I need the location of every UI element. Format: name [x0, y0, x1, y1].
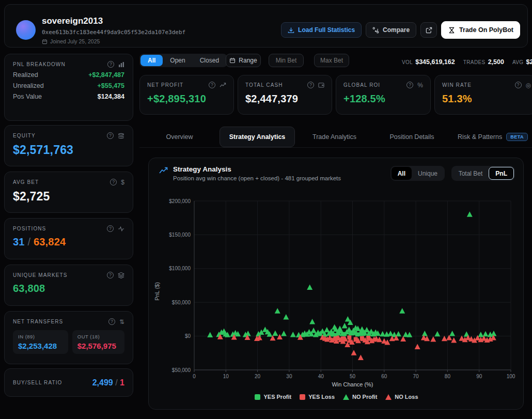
x-tick-label: 70 — [413, 374, 419, 379]
tab-overview[interactable]: Overview — [150, 127, 209, 147]
toggle-unique[interactable]: Unique — [412, 167, 444, 180]
x-tick-label: 100 — [507, 374, 515, 379]
wallet-address[interactable]: 0xee613b3fc183ee44f9da9c05f53e2da107e3de… — [42, 29, 185, 36]
x-tick-label: 80 — [445, 374, 451, 379]
positions-card: POSITIONS ? 31 / 63,824 — [4, 218, 133, 259]
data-point-no-profit[interactable] — [275, 308, 280, 314]
unrealized-value: +$55,475 — [98, 82, 124, 89]
data-point-no-profit[interactable] — [406, 332, 412, 337]
toggle-pnl[interactable]: PnL — [489, 167, 514, 180]
polybot-logo-icon — [448, 26, 456, 34]
help-icon[interactable]: ? — [110, 179, 117, 185]
avatar[interactable] — [16, 20, 36, 40]
data-point-no-profit[interactable] — [422, 331, 428, 336]
vol-label: VOL — [402, 59, 413, 65]
data-point-no-loss[interactable] — [351, 350, 357, 355]
external-link-button[interactable] — [420, 22, 437, 38]
toggle-all[interactable]: All — [392, 167, 412, 180]
transfers-in-label: IN (89) — [18, 334, 63, 339]
help-icon[interactable]: ? — [307, 82, 314, 88]
data-point-no-loss[interactable] — [430, 336, 436, 342]
trade-on-polybot-button[interactable]: Trade On PolyBot — [441, 21, 520, 39]
data-point-no-profit[interactable] — [307, 284, 312, 290]
legend-item-no-loss: NO Loss — [385, 394, 418, 400]
total-cash-card: TOTAL CASH ? $2,447,379 — [238, 75, 332, 115]
x-axis-title: Win Chance (%) — [194, 381, 511, 387]
beta-badge: BETA — [506, 133, 528, 141]
help-icon[interactable]: ? — [406, 82, 413, 88]
y-tick-label: $100,000 — [169, 266, 191, 271]
data-point-no-profit[interactable] — [342, 323, 348, 329]
tab-strategy-analytics[interactable]: Strategy Analytics — [220, 127, 295, 147]
data-point-no-profit[interactable] — [272, 330, 278, 336]
legend-label: YES Loss — [308, 394, 335, 400]
data-point-no-profit[interactable] — [290, 332, 296, 337]
data-point-no-loss[interactable] — [442, 336, 447, 342]
calendar-icon — [229, 57, 236, 64]
range-button[interactable]: Range — [226, 54, 261, 67]
filter-open[interactable]: Open — [163, 55, 192, 66]
buy-sell-ratio-card: BUY/SELL RATIO 2,499 / 1 — [4, 368, 133, 397]
data-point-no-profit[interactable] — [281, 331, 287, 336]
help-icon[interactable]: ? — [107, 272, 114, 278]
filter-all[interactable]: All — [140, 55, 163, 66]
help-icon[interactable]: ? — [108, 318, 115, 325]
data-point-no-profit[interactable] — [399, 308, 405, 314]
x-tick-label: 10 — [223, 374, 229, 379]
data-point-no-profit[interactable] — [283, 314, 289, 320]
tab-trade-analytics[interactable]: Trade Analytics — [302, 127, 367, 147]
volume-summary-row: VOL$345,619,162 TRADES2,500 AVG$2,725 — [402, 57, 532, 66]
y-tick-label: $0 — [185, 333, 191, 339]
legend-label: NO Profit — [352, 394, 377, 400]
data-point-no-loss[interactable] — [358, 355, 364, 361]
data-point-no-profit[interactable] — [483, 331, 489, 337]
data-point-no-profit[interactable] — [467, 211, 473, 217]
chart-legend: YES ProfitYES LossNO ProfitNO Loss — [149, 394, 524, 400]
net-transfers-title: NET TRANSFERS — [13, 319, 63, 324]
max-bet-input[interactable] — [315, 56, 349, 65]
tab-risk-patterns[interactable]: Risk & Patterns BETA — [453, 127, 532, 147]
help-icon[interactable]: ? — [107, 225, 114, 232]
avg-label: AVG — [512, 59, 524, 65]
positions-total: 63,824 — [34, 236, 66, 247]
pos-value-label: Pos Value — [13, 93, 42, 100]
load-full-statistics-button[interactable]: Load Full Statistics — [281, 22, 362, 38]
filter-closed[interactable]: Closed — [193, 55, 226, 66]
avg-value: $2,725 — [526, 58, 532, 66]
min-bet-field — [269, 54, 304, 67]
max-bet-field — [314, 54, 349, 67]
data-point-no-profit[interactable] — [207, 332, 213, 338]
help-icon[interactable]: ? — [107, 61, 114, 68]
toggle-total-bet[interactable]: Total Bet — [452, 167, 489, 180]
realized-label: Realized — [13, 71, 38, 79]
joined-date: Joined July 25, 2025 — [50, 38, 100, 44]
transfers-out-label: OUT (18) — [77, 334, 119, 339]
data-point-no-profit[interactable] — [309, 319, 315, 324]
wallet-icon — [318, 82, 324, 88]
compare-icon — [372, 27, 379, 34]
buy-sell-ratio-value: 2,499 / 1 — [92, 378, 124, 387]
avg-bet-value: $2,725 — [13, 190, 124, 204]
transfers-out-box: OUT (18) $2,576,975 — [72, 330, 124, 354]
avg-bet-title: AVG BET — [13, 179, 39, 185]
target-icon: ◎ — [526, 82, 531, 88]
mode-toggle-group: All Unique — [390, 166, 445, 181]
compare-button[interactable]: Compare — [366, 22, 416, 38]
transfers-icon: ⇅ — [119, 319, 124, 325]
positions-separator: / — [27, 236, 30, 247]
sell-value: 1 — [120, 378, 124, 387]
data-point-no-profit[interactable] — [434, 331, 440, 337]
data-point-no-profit[interactable] — [491, 331, 496, 336]
tab-position-details[interactable]: Position Details — [380, 127, 444, 147]
positions-title: POSITIONS — [13, 226, 46, 231]
total-cash-label: TOTAL CASH — [245, 82, 283, 88]
data-point-no-profit[interactable] — [449, 331, 455, 336]
percent-icon: % — [417, 82, 423, 88]
help-icon[interactable]: ? — [209, 82, 215, 88]
help-icon[interactable]: ? — [107, 132, 114, 139]
help-icon[interactable]: ? — [515, 82, 522, 88]
data-point-no-loss[interactable] — [415, 344, 420, 350]
buy-sell-ratio-title: BUY/SELL RATIO — [13, 380, 62, 385]
unrealized-label: Unrealized — [13, 82, 44, 89]
min-bet-input[interactable] — [269, 56, 303, 65]
